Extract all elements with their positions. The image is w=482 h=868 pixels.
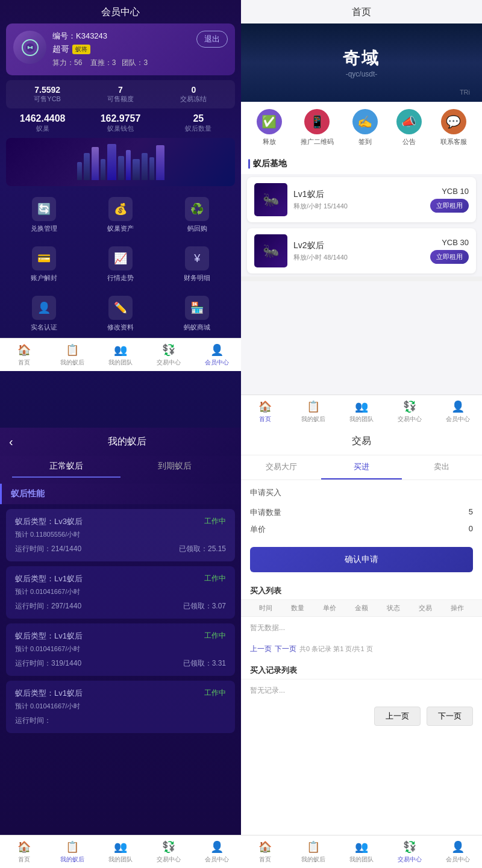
next-page-1[interactable]: 下一页	[275, 644, 296, 654]
ant-lv2-price-area: YCB 30 立即租用	[430, 238, 469, 264]
menu-id-verify[interactable]: 👤 实名认证	[6, 290, 81, 338]
trade-tabs: 交易大厅 买进 卖出	[241, 455, 482, 480]
section-bar	[248, 159, 250, 169]
rent-lv1-button[interactable]: 立即租用	[430, 199, 469, 213]
home-nav-team[interactable]: 👥 我的团队	[337, 395, 386, 428]
nav-member[interactable]: 👤 会员中心	[193, 339, 241, 371]
ant-worker-1-status: 工作中	[204, 573, 226, 584]
trade-nav-trade[interactable]: 💱 交易中心	[386, 835, 434, 868]
rent-lv2-button[interactable]: 立即租用	[430, 250, 469, 264]
tab-trading-hall[interactable]: 交易大厅	[241, 455, 321, 479]
member-panel-title: 会员中心	[0, 0, 241, 23]
ant-lv2-price: YCB 30	[430, 238, 469, 247]
ant-lv2-rate: 释放/小时 48/1440	[293, 253, 424, 262]
ants-nav-trade[interactable]: 💱 交易中心	[145, 835, 193, 868]
home-quick-actions: ✅ 释放 📱 推广二维码 ✍️ 签到 📣 公告 💬 联系客服	[241, 102, 482, 154]
ants-nav-member[interactable]: 👤 会员中心	[193, 835, 241, 868]
trade-nav-home[interactable]: 🏠 首页	[241, 835, 289, 868]
ant-base-section: 蚁后基地	[241, 154, 482, 174]
ant-worker-2-type: 蚁后类型：Lv1蚁后	[15, 631, 83, 642]
ant-worker-3-row2: 运行时间：	[15, 716, 226, 726]
home-nav-home[interactable]: 🏠 首页	[241, 395, 289, 428]
th-trade: 交易	[409, 604, 441, 613]
action-support[interactable]: 💬 联系客服	[440, 109, 467, 146]
ants-trade-icon: 💱	[162, 840, 175, 854]
trade-icon: 💱	[162, 343, 175, 357]
action-checkin[interactable]: ✍️ 签到	[352, 109, 378, 146]
member-balance: 7.5592 可售YCB 7 可售额度 0 交易冻结	[6, 80, 235, 108]
member-id: 编号：K343243	[52, 31, 190, 42]
ant-performance-title: 蚁后性能	[0, 484, 241, 504]
ant-worker-0-type: 蚁后类型：Lv3蚁后	[15, 516, 83, 527]
menu-buyback[interactable]: ♻️ 蚂回购	[160, 191, 235, 239]
home-ants-icon: 📋	[307, 400, 320, 413]
member-secondary: 1462.4408 蚁巢 162.9757 蚁巢钱包 25 蚁后数量	[6, 113, 235, 133]
home-nav-member[interactable]: 👤 会员中心	[434, 395, 482, 428]
tab-sell[interactable]: 卖出	[402, 455, 482, 479]
home-bottom-nav: 🏠 首页 📋 我的蚁后 👥 我的团队 💱 交易中心 👤 会员中心	[241, 395, 482, 428]
ant-worker-2-time: 运行时间：319/1440	[15, 658, 81, 669]
menu-market[interactable]: 📈 行情走势	[83, 240, 158, 289]
ant-card-lv2: 🐜 Lv2蚁后 释放/小时 48/1440 YCB 30 立即租用	[247, 228, 476, 273]
ants-nav-my-ants[interactable]: 📋 我的蚁后	[48, 835, 96, 868]
tab-normal-ants[interactable]: 正常蚁后	[12, 456, 120, 478]
menu-finance[interactable]: ¥ 财务明细	[160, 240, 235, 289]
ant-worker-0-collected: 已领取：25.15	[179, 544, 226, 554]
nav-team[interactable]: 👥 我的团队	[96, 339, 145, 371]
ant-worker-3-row1: 蚁后类型：Lv1蚁后 工作中	[15, 688, 226, 699]
home-nav-my-ants[interactable]: 📋 我的蚁后	[289, 395, 337, 428]
trade-nav-member[interactable]: 👤 会员中心	[434, 835, 482, 868]
ant-worker-0-row2: 运行时间：214/1440 已领取：25.15	[15, 544, 226, 554]
ant-worker-1-earn: 预计 0.01041667/小时	[15, 587, 226, 596]
support-icon: 💬	[441, 109, 466, 134]
action-qrcode[interactable]: 📱 推广二维码	[301, 109, 334, 146]
account-icon: 💳	[32, 246, 56, 270]
menu-account-unblock[interactable]: 💳 账户解封	[6, 240, 81, 289]
home-trade-icon: 💱	[403, 400, 416, 413]
menu-assets[interactable]: 💰 蚁巢资产	[83, 191, 158, 239]
ant-lv1-price: YCB 10	[430, 187, 469, 196]
ant-worker-0: 蚁后类型：Lv3蚁后 工作中 预计 0.11805556/小时 运行时间：214…	[6, 509, 235, 561]
no-data-text: 暂无数据...	[241, 617, 482, 639]
ant-lv1-price-area: YCB 10 立即租用	[430, 187, 469, 213]
trade-form: 申请买入 申请数量 5 单价 0 确认申请	[241, 480, 482, 579]
nav-home[interactable]: 🏠 首页	[0, 339, 48, 371]
prev-page-2[interactable]: 上一页	[374, 707, 421, 726]
logout-button[interactable]: 退出	[196, 31, 228, 48]
tab-buy[interactable]: 买进	[321, 455, 401, 479]
ants-nav-home[interactable]: 🏠 首页	[0, 835, 48, 868]
menu-edit-profile[interactable]: ✏️ 修改资料	[83, 290, 158, 338]
buy-list-title: 买入列表	[241, 579, 482, 600]
th-action: 操作	[441, 604, 473, 613]
balance-quota: 7 可售额度	[84, 85, 157, 104]
balance-frozen: 0 交易冻结	[157, 85, 230, 104]
confirm-apply-button[interactable]: 确认申请	[250, 547, 473, 572]
trade-ants-icon: 📋	[307, 840, 320, 854]
action-release[interactable]: ✅ 释放	[257, 109, 282, 146]
my-ants-title: 我的蚁后	[22, 436, 232, 448]
nav-my-ants[interactable]: 📋 我的蚁后	[48, 339, 96, 371]
tab-expired-ants[interactable]: 到期蚁后	[120, 456, 229, 478]
ant-worker-0-row1: 蚁后类型：Lv3蚁后 工作中	[15, 516, 226, 527]
back-button[interactable]: ‹	[9, 435, 13, 449]
member-panel: 会员中心 编号：K343243 超哥 蚁将 算力：56	[0, 0, 241, 428]
nav-trade[interactable]: 💱 交易中心	[145, 339, 193, 371]
ants-nav-team[interactable]: 👥 我的团队	[96, 835, 145, 868]
menu-shop[interactable]: 🏪 蚂蚁商城	[160, 290, 235, 338]
balance-frozen-value: 0	[157, 85, 230, 95]
prev-page-1[interactable]: 上一页	[250, 644, 272, 654]
action-announcement[interactable]: 📣 公告	[396, 109, 422, 146]
member-stats: 算力：56 直推：3 团队：3	[52, 58, 190, 68]
trade-nav-my-ants[interactable]: 📋 我的蚁后	[289, 835, 337, 868]
ant-worker-1-row2: 运行时间：297/1440 已领取：3.07	[15, 601, 226, 611]
menu-exchange[interactable]: 🔄 兑换管理	[6, 191, 81, 239]
member-icon: 👤	[210, 343, 224, 357]
member-name: 超哥 蚁将	[52, 44, 190, 55]
home-nav-trade[interactable]: 💱 交易中心	[386, 395, 434, 428]
trade-home-icon: 🏠	[258, 840, 272, 854]
next-page-2[interactable]: 下一页	[427, 707, 473, 726]
trade-nav-team[interactable]: 👥 我的团队	[337, 835, 386, 868]
market-icon: 📈	[108, 246, 133, 270]
assets-icon: 💰	[108, 197, 133, 221]
ant-lv1-thumbnail: 🐜	[254, 183, 287, 216]
